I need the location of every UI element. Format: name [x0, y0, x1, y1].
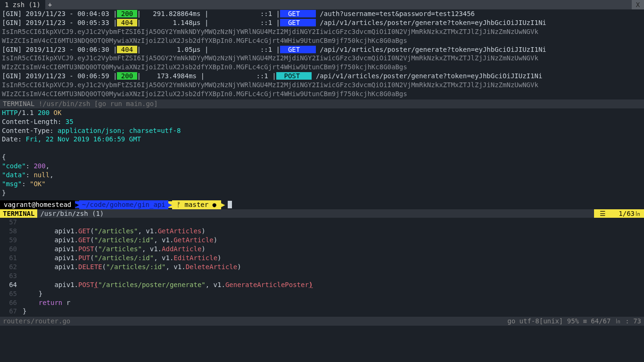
- code-line[interactable]: 58 apiv1.GET("/articles", v1.GetArticles…: [2, 227, 642, 236]
- log-wrap: WIzZCIsImV4cCI6MTU3NDQ0OTQ0MywiaXNzIjoiZ…: [2, 90, 642, 99]
- line-number: 62: [2, 263, 23, 272]
- file-path: routers/router.go: [3, 317, 70, 326]
- code-editor[interactable]: 57 58 apiv1.GET("/articles", v1.GetArtic…: [0, 218, 644, 316]
- editor-status-right: go utf-8[unix] 95% ≡ 64/67 ㏑ : 73: [507, 317, 641, 326]
- json-val-code: 200: [33, 162, 45, 170]
- json-brace-close: }: [2, 189, 6, 197]
- tab-new-icon[interactable]: +: [45, 0, 55, 9]
- line-number: 63: [2, 272, 23, 280]
- terminal-label: TERMINAL: [3, 100, 39, 107]
- powerline-arrow-icon: ▶: [221, 201, 225, 208]
- code-line[interactable]: 61 apiv1.PUT("/articles/:id", v1.EditArt…: [2, 254, 642, 263]
- header-content-type: Content-Type:: [2, 127, 58, 134]
- terminal-shell-path: /usr/bin/zsh (1): [37, 209, 107, 218]
- code-line[interactable]: 60 apiv1.POST("/articles", v1.AddArticle…: [2, 245, 642, 254]
- json-key-data: "data": [2, 171, 26, 179]
- shell-prompt[interactable]: vagrant@homestead ▶ ~/code/gohome/gin_ap…: [0, 200, 644, 209]
- log-line: [GIN] 2019/11/23 - 00:05:33 | 404 | 1.14…: [2, 18, 642, 27]
- close-icon[interactable]: X: [632, 0, 644, 9]
- code-line[interactable]: 64 apiv1.POST("/articles/poster/generate…: [2, 280, 642, 289]
- terminal-status-top: TERMINAL !/usr/bin/zsh [go run main.go]: [0, 99, 644, 108]
- line-number: 61: [2, 254, 23, 263]
- log-wrap: IsInR5cCI6IkpXVCJ9.eyJ1c2VybmFtZSI6IjA5O…: [2, 81, 642, 90]
- method-badge: POST: [276, 72, 312, 80]
- code-text: return r: [23, 298, 70, 307]
- status-badge: 404: [117, 19, 137, 26]
- line-number: 59: [2, 236, 23, 245]
- content-length-value: 35: [66, 118, 74, 125]
- header-content-length: Content-Length:: [2, 118, 66, 125]
- code-text: apiv1.GET("/articles/:id", v1.GetArticle…: [23, 236, 217, 245]
- prompt-branch: ᚠ master ●: [172, 200, 221, 209]
- code-text: apiv1.POST("/articles/poster/generate", …: [23, 280, 313, 289]
- code-text: apiv1.DELETE("/articles/:id", v1.DeleteA…: [23, 263, 241, 272]
- code-text: apiv1.GET("/articles", v1.GetArticles): [23, 227, 206, 236]
- code-line[interactable]: 59 apiv1.GET("/articles/:id", v1.GetArti…: [2, 236, 642, 245]
- line-indicator: ☰ 1 /63 ㏑: [594, 209, 644, 218]
- json-val-data: null: [33, 171, 50, 179]
- ln-icon: ㏑: [635, 209, 641, 218]
- json-val-msg: "OK": [30, 180, 46, 188]
- log-wrap: IsInR5cCI6IkpXVCJ9.eyJ1c2VybmFtZSI6IjA5O…: [2, 27, 642, 36]
- json-key-code: "code": [2, 162, 26, 170]
- hamburger-icon: ☰: [597, 209, 609, 218]
- code-text: }: [23, 289, 42, 298]
- log-wrap: WIzZCIsImV4cCI6MTU3NDQ0OTQ0MywiaXNzIjoiZ…: [2, 36, 642, 45]
- http-status-text: OK: [54, 109, 62, 116]
- powerline-arrow-icon: ▶: [75, 201, 79, 208]
- code-line[interactable]: 63: [2, 272, 642, 280]
- log-wrap: IsInR5cCI6IkpXVCJ9.eyJ1c2VybmFtZSI6IjA5O…: [2, 54, 642, 63]
- prompt-user: vagrant@homestead: [0, 200, 75, 209]
- line-number: 65: [2, 289, 23, 298]
- line-pos: 1: [609, 209, 623, 218]
- line-number: 58: [2, 227, 23, 236]
- terminal-status-mid: TERMINAL /usr/bin/zsh (1) ☰ 1 /63 ㏑: [0, 209, 644, 218]
- http-version: /1.1: [18, 109, 38, 116]
- prompt-path: ~/code/gohome/gin_api: [79, 200, 168, 209]
- line-number: 57: [2, 218, 23, 227]
- method-badge: GET: [280, 19, 316, 26]
- code-line[interactable]: 57: [2, 218, 642, 227]
- line-number: 67: [2, 307, 23, 316]
- code-line[interactable]: 67}: [2, 307, 642, 316]
- tab-active[interactable]: 1 zsh (1): [0, 0, 45, 9]
- powerline-arrow-icon: ▶: [168, 201, 172, 208]
- code-text: [23, 218, 26, 227]
- http-status-code: 200: [38, 109, 54, 116]
- cursor: [228, 201, 232, 208]
- terminal-cmd: !/usr/bin/zsh [go run main.go]: [39, 100, 158, 107]
- terminal-label: TERMINAL: [0, 209, 37, 218]
- log-line: [GIN] 2019/11/23 - 00:06:30 | 404 | 1.05…: [2, 45, 642, 54]
- json-key-msg: "msg": [2, 180, 22, 188]
- json-brace-open: {: [2, 153, 6, 161]
- line-number: 64: [2, 280, 23, 289]
- status-badge: 404: [117, 46, 137, 53]
- content-type-value: application/json; charset=utf-8: [58, 127, 181, 134]
- status-badge: 200: [117, 10, 137, 17]
- code-line[interactable]: 66 return r: [2, 298, 642, 307]
- line-total: /63: [623, 209, 635, 218]
- http-response: HTTP/1.1 200 OK Content-Length: 35 Conte…: [0, 108, 644, 197]
- code-text: [23, 272, 26, 280]
- date-value: Fri, 22 Nov 2019 16:06:59 GMT: [26, 135, 141, 143]
- code-text: apiv1.POST("/articles", v1.AddArticle): [23, 245, 206, 254]
- http-proto: HTTP: [2, 109, 18, 116]
- line-number: 66: [2, 298, 23, 307]
- tab-bar: 1 zsh (1) + X: [0, 0, 644, 9]
- code-line[interactable]: 65 }: [2, 289, 642, 298]
- log-line: [GIN] 2019/11/23 - 00:04:03 | 200 | 291.…: [2, 9, 642, 18]
- header-date: Date:: [2, 135, 26, 143]
- log-line: [GIN] 2019/11/23 - 00:06:59 | 200 | 173.…: [2, 72, 642, 81]
- line-number: 60: [2, 245, 23, 254]
- code-line[interactable]: 62 apiv1.DELETE("/articles/:id", v1.Dele…: [2, 263, 642, 272]
- log-wrap: WIzZCIsImV4cCI6MTU3NDQ0OTQ0MywiaXNzIjoiZ…: [2, 63, 642, 72]
- editor-status-bar: routers/router.go go utf-8[unix] 95% ≡ 6…: [0, 317, 644, 326]
- method-badge: GET: [280, 10, 316, 17]
- method-badge: GET: [280, 46, 316, 53]
- code-text: }: [23, 307, 26, 316]
- status-badge: 200: [117, 72, 137, 80]
- gin-log-pane[interactable]: [GIN] 2019/11/23 - 00:04:03 | 200 | 291.…: [0, 9, 644, 99]
- code-text: apiv1.PUT("/articles/:id", v1.EditArticl…: [23, 254, 222, 263]
